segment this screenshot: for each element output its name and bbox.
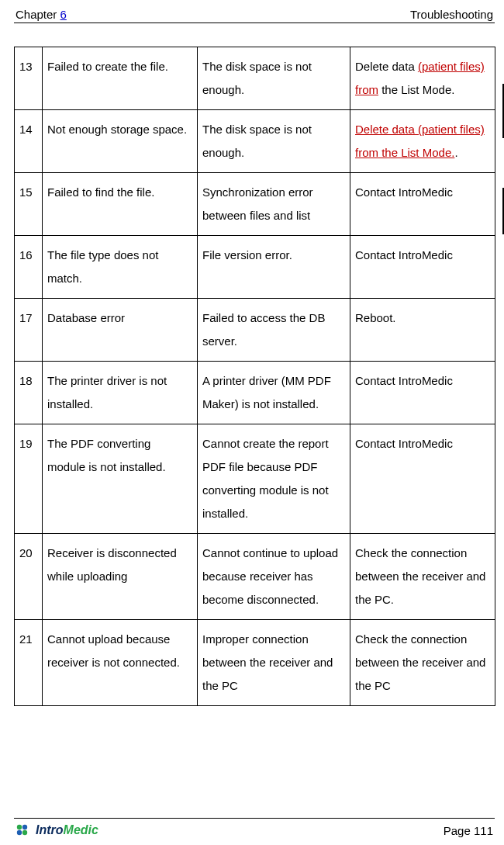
row-action: Delete data (patient files) from the Lis…: [350, 47, 495, 110]
brand-medic: Medic: [64, 823, 98, 836]
row-number: 14: [15, 110, 43, 173]
action-text: Check the connection between the receive…: [355, 632, 485, 692]
row-description: The file type does not match.: [43, 236, 198, 299]
row-description: Failed to create the file.: [43, 47, 198, 110]
table-row: 21Cannot upload because receiver is not …: [15, 620, 495, 706]
chapter-word: Chapter: [16, 8, 57, 21]
logo-icon: [16, 823, 33, 837]
table-row: 16The file type does not match.File vers…: [15, 236, 495, 299]
table-row: 15Failed to find the file.Synchronizatio…: [15, 173, 495, 236]
svg-point-2: [17, 830, 22, 835]
row-cause: Cannot continue to upload because receiv…: [198, 534, 350, 620]
row-action: Contact IntroMedic: [350, 173, 495, 236]
troubleshooting-table: 13Failed to create the file.The disk spa…: [14, 47, 495, 706]
table-row: 19The PDF converting module is not insta…: [15, 424, 495, 534]
svg-point-1: [22, 825, 27, 829]
row-action: Contact IntroMedic: [350, 362, 495, 424]
action-text: .: [454, 146, 457, 159]
action-text: Contact IntroMedic: [355, 248, 453, 261]
row-cause: Failed to access the DB server.: [198, 299, 350, 362]
row-cause: Cannot create the report PDF file becaus…: [198, 424, 350, 534]
action-text: Reboot.: [355, 311, 396, 324]
action-text: Check the connection between the receive…: [355, 546, 485, 606]
section-title: Troubleshooting: [410, 8, 493, 21]
table-row: 13Failed to create the file.The disk spa…: [15, 47, 495, 110]
action-text: Contact IntroMedic: [355, 437, 453, 450]
row-action: Delete data (patient files) from the Lis…: [350, 110, 495, 173]
row-cause: File version error.: [198, 236, 350, 299]
row-action: Check the connection between the receive…: [350, 620, 495, 706]
row-number: 17: [15, 299, 43, 362]
row-description: Failed to find the file.: [43, 173, 198, 236]
row-action: Check the connection between the receive…: [350, 534, 495, 620]
chapter-number: 6: [60, 8, 67, 21]
revision-insert: Delete data (patient files) from the Lis…: [355, 123, 485, 159]
row-action: Contact IntroMedic: [350, 424, 495, 534]
brand-logo: IntroMedic: [16, 823, 98, 837]
row-number: 13: [15, 47, 43, 110]
page-number: Page 111: [444, 824, 493, 837]
row-number: 15: [15, 173, 43, 236]
action-text: Delete data: [355, 60, 418, 73]
action-text: the List Mode.: [378, 83, 454, 96]
brand-text: IntroMedic: [36, 823, 98, 837]
row-description: Cannot upload because receiver is not co…: [43, 620, 198, 706]
action-text: Contact IntroMedic: [355, 374, 453, 387]
row-description: The printer driver is not installed.: [43, 362, 198, 424]
row-number: 21: [15, 620, 43, 706]
row-cause: The disk space is not enough.: [198, 110, 350, 173]
row-description: Receiver is disconnected while uploading: [43, 534, 198, 620]
action-text: Contact IntroMedic: [355, 185, 453, 199]
page-header: Chapter 6 Troubleshooting: [14, 8, 495, 23]
row-number: 20: [15, 534, 43, 620]
row-cause: The disk space is not enough.: [198, 47, 350, 110]
row-cause: Improper connection between the receiver…: [198, 620, 350, 706]
chapter-label: Chapter 6: [16, 8, 67, 21]
row-description: The PDF converting module is not install…: [43, 424, 198, 534]
row-number: 16: [15, 236, 43, 299]
table-row: 14Not enough storage space.The disk spac…: [15, 110, 495, 173]
row-cause: Synchronization error between files and …: [198, 173, 350, 236]
svg-point-3: [22, 830, 27, 835]
row-description: Not enough storage space.: [43, 110, 198, 173]
row-cause: A printer driver (MM PDF Maker) is not i…: [198, 362, 350, 424]
row-action: Contact IntroMedic: [350, 236, 495, 299]
row-number: 18: [15, 362, 43, 424]
table-row: 17Database errorFailed to access the DB …: [15, 299, 495, 362]
brand-intro: Intro: [36, 823, 64, 836]
svg-point-0: [17, 825, 22, 829]
header-rule: [14, 23, 495, 23]
page-footer: IntroMedic Page 111: [14, 822, 495, 837]
table-row: 20Receiver is disconnected while uploadi…: [15, 534, 495, 620]
table-row: 18The printer driver is not installed.A …: [15, 362, 495, 424]
row-action: Reboot.: [350, 299, 495, 362]
row-number: 19: [15, 424, 43, 534]
row-description: Database error: [43, 299, 198, 362]
footer-rule: [14, 818, 495, 819]
